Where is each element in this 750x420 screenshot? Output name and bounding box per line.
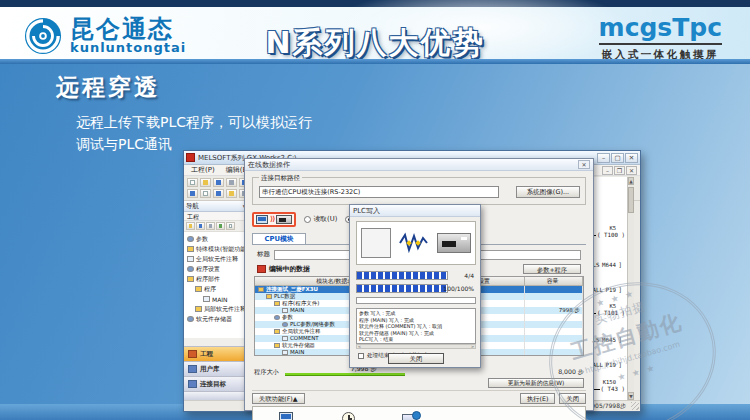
write-progress-bar-empty: [356, 297, 476, 304]
refresh-info-button[interactable]: 更新为最新的信息(W): [488, 378, 584, 388]
plc-module-icon: [437, 233, 471, 253]
project-icon: [188, 350, 197, 358]
library-icon: [188, 365, 197, 373]
clock-icon: [339, 411, 359, 420]
related-functions-panel: 远程操作 时钟设置 PLC存储器清除: [252, 406, 586, 420]
nav-tool-icon[interactable]: [226, 222, 235, 230]
save-icon[interactable]: [213, 178, 224, 187]
connection-group: 连接目标路径 串行通信CPU模块连接(RS-232C) 系统图像(G)...: [252, 177, 586, 205]
gear-icon: [187, 236, 194, 242]
memory-clear-icon: [401, 411, 421, 420]
document-icon: [187, 256, 194, 262]
document-icon: [282, 308, 288, 313]
nav-title: 导航: [186, 202, 199, 211]
system-image-button[interactable]: 系统图像(G)...: [516, 186, 580, 198]
document-icon: [282, 350, 288, 355]
description-line-1: 远程上传下载PLC程序，可以模拟运行: [76, 112, 396, 134]
write-progress-items-label: 4/4: [464, 272, 474, 279]
project-icon: [258, 287, 264, 292]
dialog-titlebar[interactable]: 在线数据操作 ✕: [245, 159, 593, 171]
nav-tool-icon[interactable]: [186, 222, 195, 230]
plc-write-dialog: PLC写入 4/4 100/100% 参数 写入 : 完成 程序 (MAIN) …: [349, 204, 481, 368]
new-file-icon[interactable]: [187, 178, 198, 187]
gear-icon: [282, 322, 288, 327]
timer-coil: T100: [596, 232, 626, 238]
document-icon: [203, 296, 210, 302]
size-progress-line: [285, 373, 405, 376]
write-dialog-titlebar[interactable]: PLC写入: [350, 205, 480, 217]
param-program-button[interactable]: 参数+程序: [523, 264, 581, 274]
execute-button[interactable]: 执行(E): [520, 393, 556, 404]
resize-grip[interactable]: [631, 402, 639, 410]
pc-to-plc-icon: ⟩⟩: [252, 212, 296, 227]
related-clock-setting[interactable]: 时钟设置: [329, 411, 369, 420]
log-horizontal-scrollbar[interactable]: < >: [356, 344, 476, 349]
mdi-restore-icon[interactable]: ❐: [614, 166, 625, 175]
plc-icon: [276, 215, 292, 224]
folder-icon: [195, 306, 202, 312]
write-progress-percent-label: 100/100%: [443, 285, 474, 292]
maximize-icon[interactable]: ▢: [611, 153, 624, 163]
slide: 昆仑通态 kunluntongtai N系列八大优势 mcgsTpc 嵌入式一体…: [0, 0, 750, 420]
mcgs-logo-rule: [599, 43, 722, 45]
ladder-symbol-icon[interactable]: [213, 189, 224, 198]
scroll-down-icon[interactable]: ▼: [628, 392, 634, 400]
folder-icon: [266, 294, 272, 299]
gear-icon: [187, 316, 194, 322]
scroll-right-icon[interactable]: >: [471, 345, 474, 348]
dialog-close-icon[interactable]: ✕: [578, 160, 590, 169]
program-size-row: 程序大小 7,998 步 8,000 步: [254, 368, 584, 377]
nav-tool-icon[interactable]: [196, 222, 205, 230]
mcgs-logo: mcgsTpc 嵌入式一体化触摸屏: [599, 15, 722, 62]
scrollbar-thumb[interactable]: [628, 187, 634, 213]
total-size-value: 8,000 步: [558, 368, 584, 377]
scroll-left-icon[interactable]: <: [358, 345, 361, 348]
tab-cpu-module[interactable]: CPU模块: [252, 233, 306, 244]
connection-path-field[interactable]: 串行通信CPU模块连接(RS-232C): [259, 186, 499, 198]
mdi-close-icon[interactable]: ✕: [626, 166, 637, 175]
gear-icon: [187, 266, 194, 272]
nav-tool-icon[interactable]: [216, 222, 225, 230]
minimize-icon[interactable]: –: [597, 153, 610, 163]
related-plc-memory-clear[interactable]: PLC存储器清除: [391, 411, 431, 420]
mdi-minimize-icon[interactable]: –: [602, 166, 613, 175]
app-icon: [186, 153, 195, 162]
print-icon[interactable]: [226, 178, 237, 187]
transfer-graphic: [356, 221, 476, 265]
write-close-button[interactable]: 关闭: [388, 353, 444, 364]
dialog-title: 在线数据操作: [248, 160, 290, 170]
write-progress-bar-percent: [356, 284, 448, 293]
dialog-close-button[interactable]: 关闭: [559, 393, 586, 404]
menu-project[interactable]: 工程(P): [186, 165, 220, 175]
connection-group-label: 连接目标路径: [259, 174, 302, 183]
write-dialog-title: PLC写入: [353, 206, 380, 216]
vertical-scrollbar[interactable]: ▲ ▼: [627, 177, 634, 400]
close-icon[interactable]: ✕: [625, 153, 638, 163]
folder-icon: [187, 276, 194, 282]
ladder-symbol-icon[interactable]: [200, 189, 211, 198]
related-remote-operation[interactable]: 远程操作: [267, 411, 307, 420]
size-label: 程序大小: [254, 368, 279, 377]
col-capacity: 容量: [525, 277, 583, 285]
folder-icon: [195, 286, 202, 292]
folder-icon: [274, 329, 280, 334]
ladder-symbol-icon[interactable]: [226, 189, 237, 198]
checkbox-icon[interactable]: [358, 353, 364, 359]
timer-coil: T43: [600, 386, 626, 392]
timer-coil: T101: [596, 310, 626, 316]
slide-header: 昆仑通态 kunluntongtai N系列八大优势 mcgsTpc 嵌入式一体…: [0, 7, 750, 59]
ladder-symbol-icon[interactable]: [187, 189, 198, 198]
folder-icon: [274, 301, 280, 306]
software-window-icon: [361, 228, 391, 258]
write-log[interactable]: 参数 写入 : 完成 程序 (MAIN) 写入 : 完成 软元件注释 (COMM…: [356, 308, 476, 344]
mcgs-logo-text: mcgsTpc: [599, 15, 722, 40]
scroll-up-icon[interactable]: ▲: [628, 177, 634, 185]
nav-tool-icon[interactable]: [206, 222, 215, 230]
related-functions-button[interactable]: 关联功能(F)▲: [252, 393, 305, 404]
connection-icon: [188, 380, 197, 388]
radio-read[interactable]: 读取(U): [304, 214, 337, 224]
open-file-icon[interactable]: [200, 178, 211, 187]
dialog-separator: [252, 390, 586, 391]
folder-icon: [187, 246, 194, 252]
editing-data-icon: [257, 265, 266, 273]
